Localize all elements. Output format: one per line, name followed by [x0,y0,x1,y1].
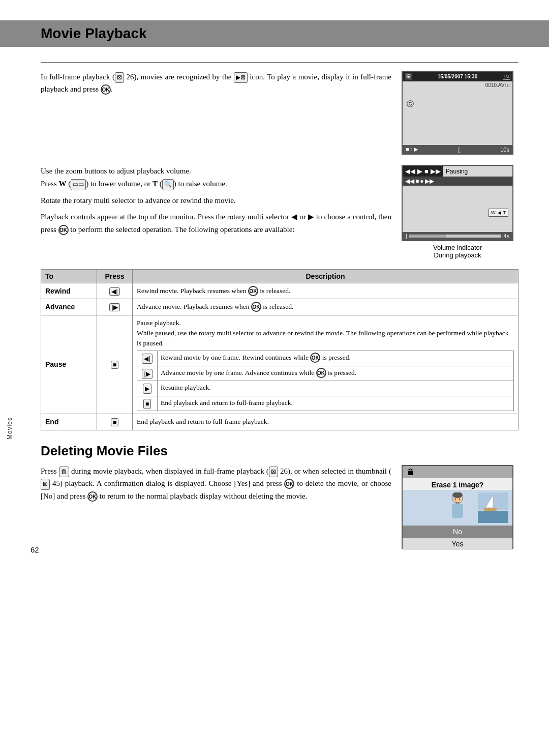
nested-row: ◀| Rewind movie by one frame. Rewind con… [137,351,514,366]
nested-desc-3: Resume playback. [158,381,514,396]
playback-second-row: ◀◀ ■ ● ▶▶ [403,177,512,186]
desc-advance: Advance movie. Playback resumes when OK … [133,299,518,315]
header-press: Press [97,270,133,283]
page-title: Movie Playback [41,25,508,42]
volume-paragraph: Use the zoom buttons to adjust playback … [41,165,391,190]
middle-text-content: Use the zoom buttons to adjust playback … [41,165,391,259]
rewind-icon: ◀| [109,287,119,296]
desc-pause: Pause playback. While paused, use the ro… [133,315,518,414]
advance-icon: |▶ [109,303,119,311]
person-illustration [444,492,472,523]
t-label: T [152,180,158,188]
w-icon: ▭▭ [71,179,86,190]
rotary-paragraph: Rotate the rotary multi selector to adva… [41,194,391,207]
playback-controls-bar: ◀◀ ▶ ■ ▶▶ [403,166,443,177]
dialog-image-area [403,490,512,526]
nested-icon-4: ■ [137,396,158,411]
nested-pause-table: ◀| Rewind movie by one frame. Rewind con… [137,351,514,411]
top-divider [41,62,518,63]
desc-end: End playback and return to full-frame pl… [133,414,518,430]
sidebar-label: Movies [6,417,13,440]
playback-screen: ◀◀ ▶ ■ ▶▶ Pausing ◀◀ ■ ● ▶▶ [402,165,513,241]
nested-desc-1: Rewind movie by one frame. Rewind contin… [158,351,514,366]
dialog-no-option[interactable]: No [403,526,512,538]
movie-icon: ▶⊠ [234,72,248,83]
table-header-row: To Press Description [41,270,518,283]
camera-top-bar: 栄 15/05/2007 15:30 IN [403,72,512,81]
ctrl2-record: ● [420,178,423,185]
deleting-section: Deleting Movie Files Press 🗑 during movi… [41,443,518,549]
nested-row: |▶ Advance movie by one frame. Advance c… [137,366,514,381]
trash-btn-icon: 🗑 [59,467,69,478]
ok-icon-n2: OK [316,368,326,378]
dialog-yes-option[interactable]: Yes [403,538,512,550]
ok-icon-r: OK [248,286,258,296]
ctrl-play: ▶ [417,167,422,175]
ctrl-rewind: ◀◀ [405,167,415,175]
camera-brand-icon: 栄 [405,73,412,80]
ctrl2-rewind: ◀◀ [405,178,414,185]
svg-point-4 [459,498,460,500]
ok-btn-icon: OK [101,84,111,95]
to-rewind: Rewind [41,283,97,299]
playback-bottom: [ 4s [403,232,512,240]
header-to: To [41,270,97,283]
playback-time: 4s [503,233,509,239]
pause-icon: ■ [111,361,118,369]
deleting-text-content: Press 🗑 during movie playback, when disp… [41,465,391,503]
to-advance: Advance [41,299,97,315]
vol-w-label: W [491,210,496,215]
camera-badge-in: IN [503,74,510,80]
title-bar: Movie Playback [0,20,549,47]
camera-time: 10s [500,147,509,153]
press-rewind: ◀| [97,283,133,299]
ctrl-stop: ■ [424,167,429,175]
camera-bottom-bar: ■ : ▶ [ 10s [403,145,512,154]
progress-bracket: [ [406,233,407,239]
table-row: Advance |▶ Advance movie. Playback resum… [41,299,518,315]
nested-icon-3: ▶ [137,381,158,396]
ctrl2-pause: ■ [415,178,419,185]
camera-spiral-icon: ⓒ [407,100,414,109]
table-row: End ■ End playback and return to full-fr… [41,414,518,430]
filename-icon: □ [507,82,510,88]
top-section: In full-frame playback (⊠ 26), movies ar… [41,71,518,155]
ref-icon-26b: ⊠ [269,467,278,478]
nested-row: ■ End playback and return to full-frame … [137,396,514,411]
vol-label-area: Volume indicator During playback [402,244,513,259]
deleting-paragraph: Press 🗑 during movie playback, when disp… [41,465,391,549]
bottom-section: Press 🗑 during movie playback, when disp… [41,465,518,549]
pausing-label: Pausing [446,168,468,175]
ok-btn-del2: OK [87,491,98,502]
camera-filename: 0010.AVI □ [403,81,512,89]
svg-rect-7 [484,508,497,511]
nested-desc-4: End playback and return to full-frame pl… [158,396,514,411]
playback-middle: W ◀ T [403,186,512,219]
svg-rect-8 [478,511,508,523]
press-advance: |▶ [97,299,133,315]
page-number: 62 [30,545,39,554]
press-end: ■ [97,414,133,430]
table-row: Rewind ◀| Rewind movie. Playback resumes… [41,283,518,299]
playback-top-row: ◀◀ ▶ ■ ▶▶ Pausing [403,166,512,177]
press-pause: ■ [97,315,133,414]
svg-rect-2 [452,504,463,518]
to-end: End [41,414,97,430]
middle-image-area: ◀◀ ▶ ■ ▶▶ Pausing ◀◀ ■ ● ▶▶ [402,165,518,259]
camera-bracket: [ [459,147,460,153]
ok-icon-a: OK [251,302,261,312]
ref-icon-45: ⊠ [41,479,50,490]
w-label: W [58,180,66,188]
camera-middle: ⓒ [403,89,512,140]
desc-rewind: Rewind movie. Playback resumes when OK i… [133,283,518,299]
nested-row: ▶ Resume playback. [137,381,514,396]
middle-section: Use the zoom buttons to adjust playback … [41,165,518,259]
ref-icon-26: ⊠ [115,72,124,83]
vol-arrow: ◀ [498,210,501,215]
page: Movies Movie Playback In full-frame play… [0,0,549,569]
camera-screen-top: 栄 15/05/2007 15:30 IN 0010.AVI □ ⓒ ■ : ▶… [402,71,513,155]
ok-btn-del1: OK [284,479,294,489]
camera-bottom-left: ■ : ▶ [406,146,418,153]
ok-icon-n1: OK [310,353,320,363]
vol-indicator-box: W ◀ T [489,209,508,217]
